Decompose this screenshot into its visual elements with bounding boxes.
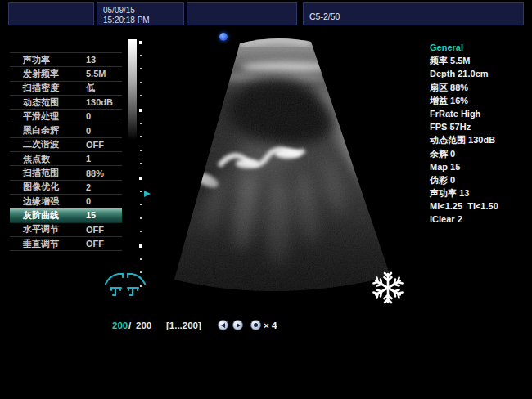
freeze-snowflake-icon (371, 271, 405, 305)
cine-bar: 200 / 200 [1...200] × 4 (0, 317, 532, 335)
depth-mark (140, 191, 142, 192)
sidebar-item-value: 88% (86, 168, 104, 178)
image-param-line: Depth 21.0cm (430, 67, 530, 80)
step-back-icon (221, 323, 225, 328)
sidebar-item-6[interactable]: 二次谐波OFF (10, 138, 122, 152)
sidebar-item-label: 声功率 (23, 54, 50, 66)
image-param-line: 伪彩 0 (430, 173, 530, 186)
sidebar-item-label: 水平调节 (23, 223, 59, 235)
sidebar-item-value: 5.5M (86, 69, 106, 78)
sidebar-item-label: 黑白余辉 (23, 124, 59, 137)
depth-mark (140, 82, 142, 83)
sidebar-item-label: 灰阶曲线 (23, 209, 59, 222)
image-param-line: 动态范围 130dB (430, 133, 530, 146)
sidebar-item-label: 扫描范围 (23, 167, 59, 179)
sidebar-item-label: 发射频率 (23, 68, 59, 80)
sidebar-item-3[interactable]: 动态范围130dB (10, 96, 122, 110)
depth-mark (140, 217, 142, 219)
image-params-panel: General 频率 5.5MDepth 21.0cm扇区 88%增益 16%F… (430, 41, 530, 226)
sidebar-item-value: OFF (86, 225, 104, 235)
sidebar-item-label: 二次谐波 (23, 138, 59, 150)
image-param-line: 声功率 13 (430, 186, 530, 200)
blue-dot-marker (219, 33, 228, 41)
sidebar-item-1[interactable]: 发射频率5.5M (10, 67, 122, 81)
topbar-segment-blank (8, 2, 94, 25)
sidebar-menu: 声功率13发射频率5.5M扫描密度低动态范围130dB平滑处理0黑白余辉0二次谐… (10, 52, 122, 251)
sidebar-item-0[interactable]: 声功率13 (10, 53, 122, 67)
sidebar-item-label: 焦点数 (23, 153, 50, 165)
probe-model-label: C5-2/50 (309, 11, 340, 21)
depth-mark (139, 41, 142, 44)
topbar-segment-patient (187, 2, 297, 25)
sidebar-item-value: 0 (86, 196, 91, 206)
depth-mark (140, 150, 142, 151)
cine-total-frames: 200 (136, 321, 151, 330)
stop-icon (254, 323, 258, 327)
cine-stop-button[interactable] (250, 320, 261, 330)
sidebar-item-10[interactable]: 边缘增强0 (10, 195, 122, 208)
sidebar-item-12[interactable]: 水平调节OFF (10, 223, 122, 237)
image-param-line: 频率 5.5M (430, 54, 530, 67)
image-params: 频率 5.5MDepth 21.0cm扇区 88%增益 16%FrRate Hi… (430, 54, 530, 226)
cine-separator: / (128, 321, 131, 330)
cine-play-button[interactable] (232, 320, 243, 330)
focus-arrow-icon (144, 191, 151, 197)
image-param-line: 扇区 88% (430, 81, 530, 94)
image-param-line: iClear 2 (430, 213, 530, 226)
image-params-title: General (430, 41, 530, 54)
depth-mark (140, 231, 142, 232)
depth-mark (139, 244, 142, 248)
image-param-line: 余辉 0 (430, 147, 530, 160)
depth-mark (140, 204, 142, 205)
topbar-datetime: 05/09/15 15:20:18 PM (97, 2, 184, 25)
sidebar-item-13[interactable]: 垂直调节OFF (10, 237, 122, 251)
depth-mark (140, 68, 142, 69)
depth-mark (140, 55, 142, 56)
depth-mark (140, 258, 142, 260)
sidebar-item-value: 15 (86, 210, 96, 220)
sidebar-item-label: 图像优化 (23, 181, 59, 193)
topbar-probe: C5-2/50 (303, 2, 524, 25)
cine-speed-label: × 4 (264, 321, 277, 330)
cine-step-back-button[interactable] (218, 320, 228, 330)
ultrasound-screen: { "top_bar": { "date": "05/09/15", "time… (0, 0, 532, 399)
image-param-line: FPS 57Hz (430, 120, 530, 133)
cine-frame-range: [1...200] (166, 321, 201, 330)
ultrasound-image (156, 29, 401, 315)
sidebar-item-value: 0 (86, 111, 91, 121)
cine-current-frame: 200 (112, 321, 128, 330)
sidebar-item-value: 1 (86, 154, 91, 164)
depth-scale (138, 41, 143, 290)
depth-mark (140, 123, 142, 124)
date-label: 05/09/15 (103, 6, 183, 16)
depth-mark (139, 109, 142, 112)
sidebar-item-4[interactable]: 平滑处理0 (10, 110, 122, 123)
sidebar-item-label: 垂直调节 (23, 238, 59, 250)
depth-mark (140, 95, 142, 96)
sidebar-item-label: 边缘增强 (23, 195, 59, 208)
sidebar-item-label: 动态范围 (23, 96, 59, 109)
image-param-line: MI<1.25 TI<1.50 (430, 200, 530, 213)
depth-mark (139, 177, 142, 180)
sidebar-item-7[interactable]: 焦点数1 (10, 152, 122, 166)
sidebar-item-11[interactable]: 灰阶曲线15 (10, 208, 122, 222)
sidebar-item-value: 低 (86, 82, 95, 94)
grayscale-bar (128, 39, 137, 140)
sidebar-item-8[interactable]: 扫描范围88% (10, 166, 122, 180)
sidebar-item-2[interactable]: 扫描密度低 (10, 82, 122, 96)
sidebar-item-5[interactable]: 黑白余辉0 (10, 123, 122, 137)
sidebar-item-value: 130dB (86, 97, 113, 107)
sidebar-item-label: 平滑处理 (23, 110, 59, 123)
sidebar-item-value: 0 (86, 126, 91, 136)
sidebar-item-value: OFF (86, 239, 104, 249)
image-param-line: FrRate High (430, 107, 530, 120)
tgc-curve-icon (103, 270, 147, 298)
sidebar-item-label: 扫描密度 (23, 82, 59, 94)
image-param-line: Map 15 (430, 160, 530, 173)
sidebar-item-value: 13 (86, 55, 96, 65)
sidebar-item-value: 2 (86, 182, 91, 192)
image-param-line: 增益 16% (430, 94, 530, 107)
sidebar-item-value: OFF (86, 140, 104, 150)
sidebar-item-9[interactable]: 图像优化2 (10, 181, 122, 195)
play-icon (237, 323, 241, 328)
